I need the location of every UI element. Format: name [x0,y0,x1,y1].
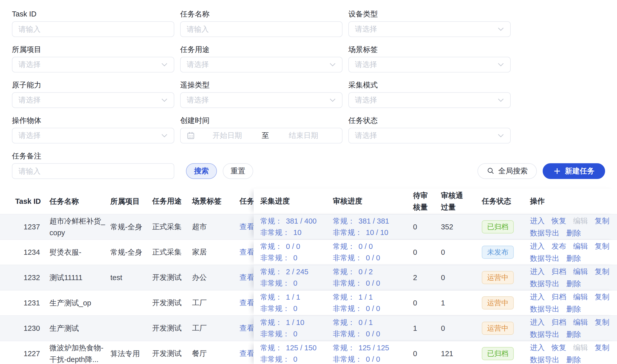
op-delete-link[interactable]: 删除 [566,254,581,262]
global-search-button[interactable]: 全局搜索 [477,163,537,179]
table-row: 1237 超市冷鲜柜补货_copy 常规-全身 正式采集 超市 查看 常规：38… [0,214,617,239]
op-enter-link[interactable]: 进入 [530,268,545,275]
op-enter-link[interactable]: 进入 [530,217,545,225]
op-archive-link[interactable]: 归档 [552,293,566,301]
op-copy-link[interactable]: 复制 [595,242,609,250]
op-archive-link[interactable]: 归档 [552,268,566,275]
review-progress-cell: 常规：381 / 381 非常规：10 / 10 [333,215,411,238]
op-edit-link[interactable]: 编辑 [573,268,588,275]
op-copy-link[interactable]: 复制 [595,318,609,326]
task-name-cell: 熨烫衣服- [49,246,110,258]
object-select[interactable]: 请选择 [12,128,174,143]
end-date-input[interactable]: 结束日期 [271,131,336,141]
filter-label-purpose: 任务用途 [180,46,342,53]
view-note-link[interactable]: 查看 [239,273,254,281]
op-archive-link[interactable]: 归档 [552,318,566,326]
collect-progress-cell: 常规：125 / 150 非常规：0 [254,342,333,364]
op-export-link[interactable]: 数据导出 [530,280,559,287]
approved-count: 1 [439,299,482,307]
op-copy-link[interactable]: 复制 [595,293,609,301]
op-delete-link[interactable]: 删除 [566,356,581,363]
date-range-picker[interactable]: 开始日期 至 结束日期 [180,128,342,143]
filter-panel: Task ID 任务名称 设备类型 请选择 所属项目 请选择 [0,0,617,179]
filter-label-task-id: Task ID [12,10,174,18]
note-cell: 查看 [233,323,254,333]
op-delete-link[interactable]: 删除 [566,331,581,338]
reset-button[interactable]: 重置 [223,163,253,179]
ops-cell: 进入 归档 编辑 复制 数据导出 删除 [530,293,617,313]
teleop-select[interactable]: 请选择 [180,92,342,108]
filter-label-task-status: 任务状态 [348,117,511,124]
op-enter-link[interactable]: 进入 [530,293,545,301]
op-export-link[interactable]: 数据导出 [530,356,559,363]
note-cell: 查看 [233,247,254,257]
view-note-link[interactable]: 查看 [239,299,254,307]
filter-label-object: 操作物体 [12,117,174,124]
chevron-down-icon [498,62,504,67]
pending-count: 0 [411,299,439,307]
op-enter-link[interactable]: 进入 [530,318,545,326]
op-export-link[interactable]: 数据导出 [530,305,559,313]
approved-count: 0 [439,248,482,257]
scene-tag-select[interactable]: 请选择 [348,57,511,72]
collect-mode-select[interactable]: 请选择 [348,92,511,108]
op-publish-link[interactable]: 发布 [552,242,566,250]
chevron-down-icon [498,133,504,138]
new-task-button[interactable]: 新建任务 [543,163,605,179]
op-edit-link[interactable]: 编辑 [573,242,588,250]
op-edit-link[interactable]: 编辑 [573,293,588,301]
op-delete-link[interactable]: 删除 [566,305,581,313]
op-edit-link[interactable]: 编辑 [573,318,588,326]
task-name-input[interactable] [180,21,342,37]
status-cell: 运营中 [482,271,530,284]
note-cell: 查看 [233,222,254,232]
project-select[interactable]: 请选择 [12,57,174,72]
op-enter-link[interactable]: 进入 [530,344,545,351]
op-delete-link[interactable]: 删除 [566,229,581,237]
filter-collect-mode: 采集模式 请选择 [348,81,511,108]
global-search-label: 全局搜索 [498,166,528,176]
search-button[interactable]: 搜索 [186,163,217,179]
filter-purpose: 任务用途 请选择 [180,46,342,72]
select-placeholder: 请选择 [187,60,209,70]
start-date-input[interactable]: 开始日期 [195,131,260,141]
approved-count: 0 [439,274,482,282]
op-export-link[interactable]: 数据导出 [530,229,559,237]
col-review: 审核进度 [333,196,411,206]
op-copy-link[interactable]: 复制 [595,344,609,351]
task-id-cell: 1230 [0,324,49,333]
purpose-select[interactable]: 请选择 [180,57,342,72]
view-note-link[interactable]: 查看 [239,223,254,231]
op-export-link[interactable]: 数据导出 [530,254,559,262]
op-delete-link[interactable]: 删除 [566,280,581,287]
col-ops: 操作 [530,196,617,206]
op-copy-link[interactable]: 复制 [595,268,609,275]
view-note-link[interactable]: 查看 [239,324,254,332]
op-restore-link[interactable]: 恢复 [552,344,566,351]
task-status-select[interactable]: 请选择 [348,128,511,143]
view-note-link[interactable]: 查看 [239,248,254,256]
task-id-cell: 1234 [0,248,49,257]
scene-cell: 工厂 [192,298,233,308]
review-progress-cell: 常规：0 / 0 非常规：0 / 0 [333,241,411,264]
op-restore-link[interactable]: 恢复 [552,217,566,225]
view-note-link[interactable]: 查看 [239,349,254,357]
select-placeholder: 请选择 [19,95,41,105]
atomic-select[interactable]: 请选择 [12,92,174,108]
device-type-select[interactable]: 请选择 [348,21,511,37]
select-placeholder: 请选择 [19,60,41,70]
chevron-down-icon [498,27,504,31]
col-scene: 场景标签 [192,196,233,206]
chevron-down-icon [161,62,168,67]
collect-progress-cell: 常规：2 / 245 非常规：0 [254,266,333,289]
task-id-input[interactable] [12,21,174,37]
status-cell: 已归档 [482,347,530,360]
filter-atomic: 原子能力 请选择 [12,81,174,108]
task-note-input[interactable] [12,163,174,179]
op-copy-link[interactable]: 复制 [595,217,609,225]
ops-cell: 进入 恢复 编辑 复制 数据导出 删除 [530,217,617,237]
op-export-link[interactable]: 数据导出 [530,331,559,338]
op-enter-link[interactable]: 进入 [530,242,545,250]
select-placeholder: 请选择 [355,95,377,105]
scene-cell: 餐厅 [192,349,233,359]
